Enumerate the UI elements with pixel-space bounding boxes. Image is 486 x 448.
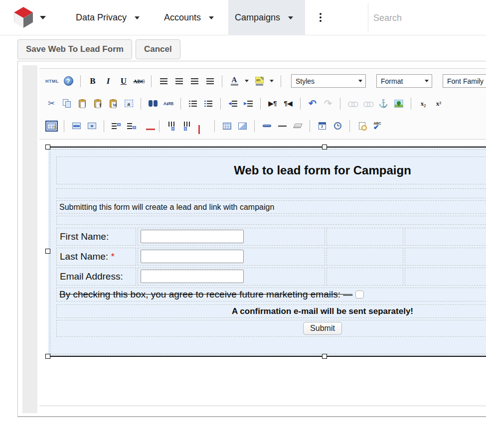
- redo-icon[interactable]: ↷: [322, 98, 334, 110]
- numbered-list-icon[interactable]: [202, 98, 214, 110]
- insert-date-icon[interactable]: 7: [316, 120, 328, 132]
- consent-text: By checking this box, you agree to recei…: [59, 289, 340, 300]
- edit-view-panel: HTML ? B I U ABC A ab: [17, 61, 486, 417]
- justify-icon[interactable]: [204, 75, 216, 87]
- ltr-direction-icon[interactable]: ▶¶: [267, 98, 279, 110]
- superscript-icon[interactable]: x²: [433, 98, 445, 110]
- insert-column-before-icon[interactable]: [165, 120, 177, 132]
- insert-row-before-icon[interactable]: [110, 120, 122, 132]
- outdent-icon[interactable]: ◀: [227, 98, 239, 110]
- highlight-color-caret[interactable]: [270, 80, 274, 82]
- find-replace-icon[interactable]: A⇄B: [162, 98, 174, 110]
- select-all-icon[interactable]: a: [123, 98, 135, 110]
- first-name-input[interactable]: [141, 230, 244, 243]
- toolbar-separator: [300, 98, 301, 110]
- email-cell: [138, 268, 325, 286]
- split-cells-icon[interactable]: [221, 120, 233, 132]
- app-logo-menu[interactable]: [14, 7, 47, 29]
- chevron-down-icon: [135, 16, 140, 19]
- align-right-icon[interactable]: [188, 75, 200, 87]
- insert-time-icon[interactable]: [331, 120, 343, 132]
- empty-table-cell: [405, 248, 486, 266]
- indent-icon[interactable]: ▶: [242, 98, 254, 110]
- form-title: Web to lead form for Campaign: [56, 156, 486, 184]
- toolbar-separator: [151, 75, 152, 87]
- undo-icon[interactable]: ↶: [307, 98, 319, 110]
- unlink-icon[interactable]: [362, 98, 374, 110]
- subscript-icon[interactable]: x₂: [417, 98, 429, 110]
- bold-icon[interactable]: B: [87, 75, 99, 87]
- selection-handle-top-left[interactable]: [45, 145, 50, 149]
- spellcheck-icon[interactable]: ABC✔: [371, 120, 383, 132]
- consent-checkbox[interactable]: [355, 291, 364, 299]
- toolbar-separator: [141, 98, 141, 110]
- toolbar-separator: [64, 120, 64, 132]
- preview-icon[interactable]: [356, 120, 368, 132]
- toolbar-separator: [214, 120, 215, 132]
- row-properties-icon[interactable]: [70, 120, 82, 132]
- nav-item-data-privacy[interactable]: Data Privacy: [74, 0, 142, 35]
- align-center-icon[interactable]: [173, 75, 185, 87]
- web-to-lead-form-table[interactable]: Web to lead form for Campaign Submitting…: [48, 147, 486, 356]
- paste-as-text-icon[interactable]: T: [92, 98, 104, 110]
- paste-from-word-icon[interactable]: W: [107, 98, 119, 110]
- wysiwyg-editor: HTML ? B I U ABC A ab: [39, 68, 486, 406]
- underline-icon[interactable]: U: [118, 75, 130, 87]
- last-name-input[interactable]: [141, 250, 244, 263]
- insert-image-icon[interactable]: [393, 98, 405, 110]
- anchor-icon[interactable]: ⚓: [377, 98, 389, 110]
- toolbar-separator: [310, 120, 310, 132]
- paste-icon[interactable]: [76, 98, 88, 110]
- align-left-icon[interactable]: [158, 75, 169, 87]
- link-icon[interactable]: [346, 98, 358, 110]
- cancel-button[interactable]: Cancel: [136, 39, 180, 59]
- rtl-direction-icon[interactable]: ¶◀: [282, 98, 294, 110]
- find-icon[interactable]: [147, 98, 159, 110]
- delete-row-icon[interactable]: [141, 120, 153, 132]
- empty-table-cell: [405, 228, 486, 246]
- selection-handle-bottom-left[interactable]: [45, 354, 50, 359]
- submit-button[interactable]: Submit: [303, 322, 342, 335]
- last-name-label: Last Name: *: [56, 248, 136, 266]
- selection-handle-bottom-center[interactable]: [322, 354, 327, 359]
- merge-cells-icon[interactable]: [236, 120, 248, 132]
- remove-format-icon[interactable]: [292, 120, 304, 132]
- toolbar-separator: [80, 75, 81, 87]
- bullet-list-icon[interactable]: [187, 98, 199, 110]
- font-color-caret[interactable]: [245, 80, 249, 82]
- strikethrough-icon[interactable]: ABC: [133, 75, 145, 87]
- horizontal-line-icon[interactable]: [276, 120, 288, 132]
- selection-border-top: [48, 147, 486, 148]
- toolbar-separator: [260, 98, 261, 110]
- logo-caret-icon: [40, 16, 46, 19]
- email-input[interactable]: [141, 270, 244, 283]
- highlight-color-icon[interactable]: ab: [253, 75, 265, 87]
- insert-column-after-icon[interactable]: [181, 120, 193, 132]
- nav-item-accounts[interactable]: Accounts: [162, 0, 216, 35]
- save-web-to-lead-form-button[interactable]: Save Web To Lead Form: [17, 39, 132, 59]
- help-icon[interactable]: ?: [62, 75, 74, 87]
- selection-handle-top-center[interactable]: [322, 145, 327, 149]
- delete-column-icon[interactable]: [196, 120, 208, 132]
- styles-select[interactable]: Styles: [291, 74, 366, 88]
- insert-row-after-icon[interactable]: [126, 120, 138, 132]
- font-color-icon[interactable]: A: [228, 75, 240, 87]
- font-family-select[interactable]: Font Family: [443, 74, 486, 88]
- more-menu-kebab-icon[interactable]: [316, 13, 325, 24]
- cut-icon[interactable]: ✂: [45, 98, 57, 110]
- nav-item-campaigns[interactable]: Campaigns: [228, 0, 305, 35]
- selection-handle-mid-left[interactable]: [45, 249, 50, 254]
- editor-content[interactable]: Web to lead form for Campaign Submitting…: [39, 140, 486, 406]
- editor-toolbar: HTML ? B I U ABC A ab: [39, 69, 486, 140]
- search-input[interactable]: [373, 9, 481, 27]
- italic-icon[interactable]: I: [102, 75, 114, 87]
- required-asterisk: *: [111, 251, 114, 262]
- last-name-cell: [138, 248, 325, 266]
- html-source-icon[interactable]: HTML: [45, 75, 59, 87]
- copy-icon[interactable]: [61, 98, 73, 110]
- insert-table-icon[interactable]: ✎: [45, 121, 58, 132]
- format-select[interactable]: Format: [376, 74, 432, 88]
- empty-table-cell: [56, 216, 486, 225]
- cell-properties-icon[interactable]: [86, 120, 98, 132]
- insert-hr-icon[interactable]: [261, 120, 273, 132]
